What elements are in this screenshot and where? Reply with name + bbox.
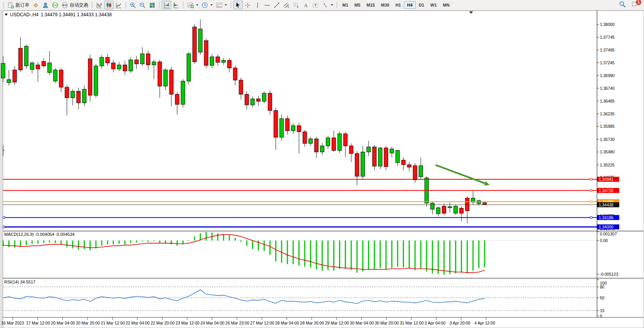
line-handle[interactable]: [590, 178, 592, 180]
svg-text:E: E: [287, 5, 289, 8]
trendline-button[interactable]: [272, 1, 282, 9]
signals-icon: [52, 2, 58, 9]
line-chart-button[interactable]: [114, 1, 123, 9]
timeframe-m30-button[interactable]: M30: [378, 1, 392, 9]
candle-body: [129, 60, 133, 71]
timeframe-h1-button[interactable]: H1: [392, 1, 404, 9]
macd-bar: [171, 240, 172, 244]
fibonacci-button[interactable]: F: [291, 1, 301, 9]
new-order-button[interactable]: 新订单: [6, 1, 31, 9]
search-button[interactable]: [618, 1, 627, 9]
candle-body: [158, 62, 162, 86]
candle-body: [436, 208, 440, 214]
macd-bar: [293, 240, 294, 264]
candle-body: [332, 138, 336, 151]
timeframe-m1-button[interactable]: M1: [339, 1, 351, 9]
market-icon: [32, 2, 39, 9]
timeframe-mn-button[interactable]: MN: [440, 1, 453, 9]
candle-body: [1, 64, 5, 78]
chevron-down-icon[interactable]: [331, 4, 333, 6]
rsi-indicator-label: RSI(14) 34.5517: [4, 280, 36, 284]
chevron-down-icon[interactable]: [196, 4, 198, 6]
candlestick: [24, 45, 28, 69]
macd-bar: [304, 240, 306, 267]
time-tick-label: 28 Mar 20:00: [300, 321, 324, 325]
zoom-in-button[interactable]: [128, 1, 138, 9]
candle-body: [88, 59, 92, 95]
candle-body: [274, 110, 278, 137]
macd-bar: [61, 240, 62, 244]
macd-bar: [32, 240, 33, 244]
chart-background: [0, 10, 644, 328]
timeframe-m5-button[interactable]: M5: [351, 1, 363, 9]
line-handle[interactable]: [590, 189, 592, 191]
chart-area[interactable]: 1.380001.377451.374951.372451.369901.367…: [0, 10, 644, 328]
line-handle[interactable]: [590, 216, 592, 218]
autotrade-button[interactable]: 自动交易: [60, 1, 90, 9]
signals-button[interactable]: [50, 1, 60, 9]
candlestick: [454, 205, 458, 215]
macd-bar: [461, 240, 462, 273]
macd-bar: [420, 240, 422, 269]
candle-body: [390, 149, 394, 153]
chart-shift-button[interactable]: [171, 1, 181, 9]
cursor-button[interactable]: [233, 1, 243, 9]
time-tick-label: 22 Mar 20:00: [150, 321, 174, 325]
macd-bar: [130, 240, 132, 243]
community-button[interactable]: [41, 1, 50, 9]
rsi-axis-label: 80: [600, 285, 605, 289]
candle-body: [285, 118, 289, 131]
vertical-line-button[interactable]: [253, 1, 262, 9]
candle-body: [13, 70, 17, 82]
chart-line-icon: [115, 2, 122, 9]
candle-chart-button[interactable]: [104, 1, 114, 9]
time-tick-label: 30 Mar 20:00: [375, 321, 399, 325]
time-tick-label: 23 Mar 12:00: [176, 321, 200, 325]
channel-button[interactable]: E: [282, 1, 291, 9]
price-line-label-text: 1.34186: [599, 215, 613, 220]
arrows-button[interactable]: [320, 1, 335, 9]
candle-body: [204, 41, 208, 65]
templates-button[interactable]: [214, 1, 229, 9]
macd-bar: [113, 240, 114, 244]
collapse-chart-icon[interactable]: [5, 14, 8, 16]
timeframe-m15-button[interactable]: M15: [364, 1, 378, 9]
macd-bar: [380, 240, 381, 268]
templates-icon: [216, 2, 222, 9]
candle-body: [367, 147, 371, 152]
notifications-button[interactable]: 1: [630, 1, 639, 9]
price-tick-label: 1.35480: [600, 149, 615, 154]
toolb​ar: 新订单自动交易EFATM1M5M15M30H1H4D1W1MN1: [0, 0, 644, 10]
macd-bar: [72, 240, 73, 248]
macd-bar: [287, 240, 288, 264]
text-button[interactable]: A: [301, 1, 311, 9]
zoom-out-button[interactable]: [138, 1, 147, 9]
periods-button[interactable]: [200, 1, 214, 9]
candle-body: [407, 165, 411, 167]
notification-badge: 1: [636, 0, 641, 5]
line-handle[interactable]: [3, 226, 5, 228]
text-label-button[interactable]: T: [311, 1, 320, 9]
indicators-button[interactable]: [186, 1, 200, 9]
macd-bar: [438, 240, 439, 274]
candle-body: [152, 62, 156, 65]
candlestick: [187, 52, 191, 84]
crosshair-button[interactable]: [243, 1, 253, 9]
chevron-down-icon[interactable]: [210, 4, 213, 6]
timeframe-w1-button[interactable]: W1: [427, 1, 440, 9]
horizontal-line-button[interactable]: [262, 1, 272, 9]
candle-body: [210, 57, 214, 65]
chevron-down-icon[interactable]: [225, 4, 227, 6]
bar-chart-button[interactable]: [94, 1, 104, 9]
timeframe-h4-button[interactable]: H4: [404, 1, 415, 9]
tile-windows-button[interactable]: [147, 1, 157, 9]
auto-scroll-button[interactable]: [162, 1, 171, 9]
svg-text:F: F: [297, 6, 299, 9]
crosshair-icon: [244, 2, 251, 9]
time-tick-label: 16 Mar 2023: [1, 321, 24, 325]
line-handle[interactable]: [3, 216, 5, 218]
line-handle[interactable]: [590, 201, 592, 203]
timeframe-d1-button[interactable]: D1: [416, 1, 427, 9]
market-button[interactable]: [31, 1, 41, 9]
candle-body: [71, 91, 75, 98]
